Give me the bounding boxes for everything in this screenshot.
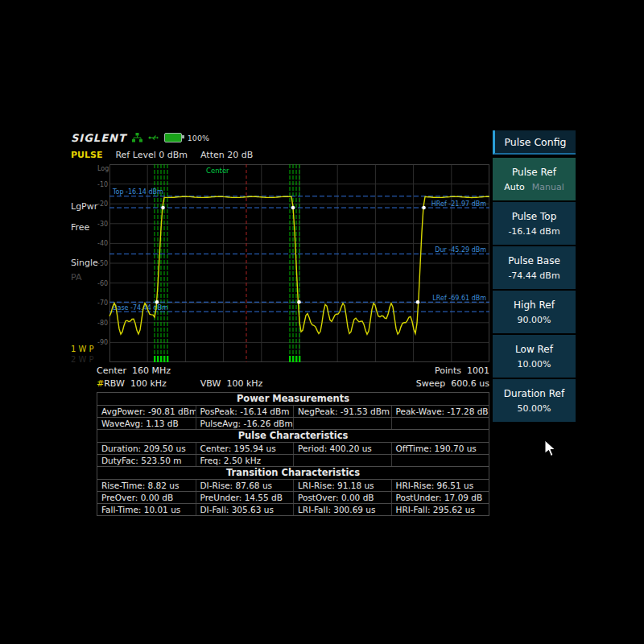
section-title: Transition Characteristics (97, 466, 489, 479)
table-cell: Freq: 2.50 kHz (196, 455, 294, 466)
usb-icon (148, 133, 159, 142)
rbw-label[interactable]: RBW (104, 378, 125, 389)
pulse-trace-chart: Log-10-20-30-40-50-60-70-80-90CenterTop … (97, 164, 489, 362)
table-cell: LRI-Fall: 300.69 us (293, 504, 391, 515)
table-cell: PreOver: 0.00 dB (97, 492, 196, 503)
table-cell: Rise-Time: 8.82 us (97, 480, 196, 491)
center-frequency-label[interactable]: Center (97, 365, 126, 376)
menu-item-low-ref[interactable]: Low Ref10.00% (493, 335, 576, 378)
sweep-label[interactable]: Sweep (416, 378, 446, 389)
sidebar-item-lgpwr[interactable]: LgPwr (71, 201, 97, 212)
table-cell: OffTime: 190.70 us (391, 443, 489, 454)
ref-level[interactable]: Ref Level 0 dBm (115, 150, 188, 160)
table-cell: PostOver: 0.00 dB (293, 492, 391, 503)
center-marker-label: Center (206, 167, 229, 175)
table-cell: DI-Fall: 305.63 us (196, 504, 294, 515)
table-row: Fall-Time: 10.01 usDI-Fall: 305.63 usLRI… (97, 503, 489, 515)
table-cell: PosPeak: -16.14 dBm (196, 406, 294, 417)
table-cell: AvgPower: -90.81 dBm (97, 406, 196, 417)
menu-item-pulse-ref[interactable]: Pulse RefAutoManual (493, 158, 576, 200)
menu-item-label: Pulse Base (508, 255, 560, 266)
menu-item-high-ref[interactable]: High Ref90.00% (493, 291, 576, 333)
table-cell: Center: 195.94 us (196, 443, 294, 454)
ref-line-label-base: Base -74.44 dBm (113, 304, 168, 312)
battery-icon (164, 133, 182, 142)
y-axis-label: -10 (97, 181, 108, 188)
y-axis-label: -80 (97, 320, 108, 327)
sidebar-item-free[interactable]: Free (71, 222, 89, 233)
sidebar-item-single[interactable]: Single (71, 258, 98, 268)
points-label: Points (435, 365, 461, 376)
menu-item-label: Low Ref (515, 344, 553, 355)
sweep-info-row-2: #RBW 100 kHz VBW 100 kHz Sweep 600.6 us (97, 378, 489, 389)
trace-indicator-2[interactable]: 2 W P (71, 355, 94, 364)
transition-marker (161, 206, 165, 210)
table-row: PreOver: 0.00 dBPreUnder: 14.55 dBPostOv… (97, 491, 489, 503)
table-cell: HRI-Fall: 295.62 us (391, 504, 489, 515)
sidebar-item-pa[interactable]: PA (71, 272, 81, 283)
lan-icon (132, 133, 142, 142)
ref-line-label-lref: LRef -69.61 dBm (432, 295, 486, 302)
table-cell: PulseAvg: -16.26 dBm (196, 418, 294, 429)
y-axis-label: -50 (97, 260, 108, 267)
siglent-logo: SIGLENT (71, 132, 126, 144)
table-row: Duration: 209.50 usCenter: 195.94 usPeri… (97, 442, 489, 454)
section-title: Pulse Characteristics (97, 429, 489, 442)
menu-item-value: -16.14 dBm (508, 226, 559, 237)
battery-percent: 100% (188, 134, 209, 142)
mouse-cursor (544, 440, 557, 457)
sweep-info-row-1: Center 160 MHz Points 1001 (97, 365, 489, 376)
table-row: AvgPower: -90.81 dBmPosPeak: -16.14 dBmN… (97, 405, 489, 417)
graticule-display[interactable]: Log-10-20-30-40-50-60-70-80-90CenterTop … (97, 164, 489, 362)
menu-item-value: -74.44 dBm (508, 270, 559, 281)
menu-item-duration-ref[interactable]: Duration Ref50.00% (493, 379, 576, 422)
vbw-value[interactable]: 100 kHz (226, 378, 262, 389)
table-cell: Period: 400.20 us (293, 443, 391, 454)
table-cell (293, 418, 391, 429)
y-axis-label: -30 (97, 221, 108, 228)
table-cell: DI-Rise: 87.68 us (196, 480, 294, 491)
points-value: 1001 (467, 365, 489, 376)
table-cell: WaveAvg: 1.13 dB (97, 418, 196, 429)
table-cell: PreUnder: 14.55 dB (196, 492, 294, 503)
rbw-uncoupled-flag: # (97, 378, 104, 389)
status-bar: SIGLENT 100% (71, 129, 489, 147)
table-cell: LRI-Rise: 91.18 us (293, 480, 391, 491)
vbw-label[interactable]: VBW (200, 378, 221, 389)
section-title: Power Measurements (97, 393, 489, 405)
menu-title: Pulse Config (493, 130, 576, 155)
table-row: DutyFac: 523.50 mFreq: 2.50 kHz (97, 454, 489, 466)
table-cell (391, 418, 489, 429)
spectrum-analyzer-screen: SIGLENT 100% PULSE Ref Level 0 dBm Atten… (0, 0, 644, 644)
table-row: Rise-Time: 8.82 usDI-Rise: 87.68 usLRI-R… (97, 479, 489, 491)
menu-item-label: Pulse Ref (512, 167, 556, 178)
instrument-display: SIGLENT 100% PULSE Ref Level 0 dBm Atten… (71, 129, 576, 515)
mode-label: PULSE (71, 150, 102, 160)
menu-item-value: 10.00% (518, 359, 551, 369)
softkey-menu: Pulse Config Pulse RefAutoManualPulse To… (493, 130, 576, 423)
menu-item-pulse-base[interactable]: Pulse Base-74.44 dBm (493, 246, 576, 289)
auto-manual-toggle[interactable]: AutoManual (504, 182, 564, 192)
menu-item-pulse-top[interactable]: Pulse Top-16.14 dBm (493, 202, 576, 245)
y-axis-label: -70 (97, 299, 108, 307)
sweep-value[interactable]: 600.6 us (451, 378, 489, 389)
table-cell: HRI-Rise: 96.51 us (391, 480, 489, 491)
trace-indicator-1[interactable]: 1 W P (71, 345, 94, 353)
y-axis-label: -60 (97, 280, 108, 287)
table-cell (391, 455, 489, 466)
center-frequency-value[interactable]: 160 MHz (132, 365, 171, 376)
menu-item-value: 50.00% (518, 403, 551, 414)
measurement-results-table: Power MeasurementsAvgPower: -90.81 dBmPo… (97, 392, 489, 516)
toggle-option[interactable]: Auto (504, 182, 525, 192)
y-axis-label: Log (97, 165, 109, 172)
menu-item-label: Pulse Top (512, 211, 557, 222)
table-cell: Fall-Time: 10.01 us (97, 504, 196, 515)
rbw-value[interactable]: 100 kHz (130, 378, 167, 389)
ref-line-label-top: Top -16.14 dBm (112, 188, 163, 196)
attenuation[interactable]: Atten 20 dB (200, 150, 253, 160)
transition-marker (416, 300, 420, 304)
toggle-option[interactable]: Manual (532, 182, 564, 192)
left-status-column: LgPwr Free Single PA 1 W P 2 W P (71, 164, 98, 365)
menu-item-label: High Ref (514, 299, 555, 311)
table-cell (293, 455, 391, 466)
